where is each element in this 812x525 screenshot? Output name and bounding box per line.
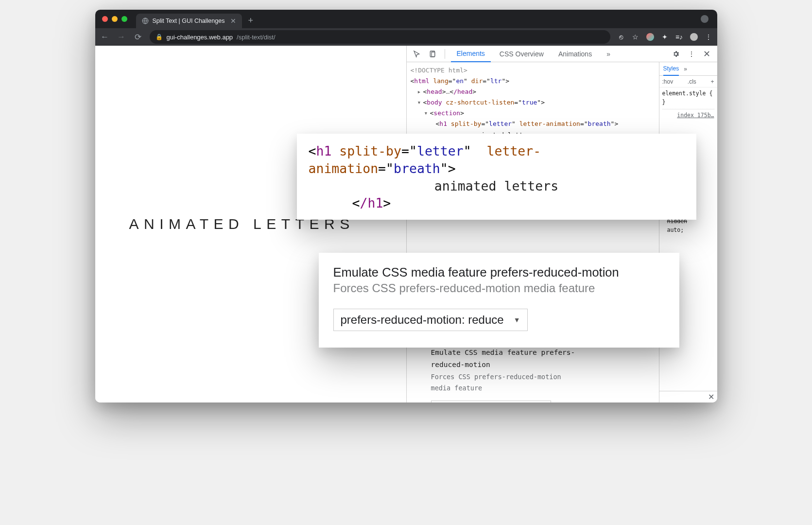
content-area: ANIMATED LETTERS Elements CSS Overview A… bbox=[95, 46, 717, 402]
cls-toggle[interactable]: .cls bbox=[688, 78, 696, 85]
devtools-close-icon[interactable]: ✕ bbox=[701, 48, 713, 60]
browser-tab[interactable]: Split Text | GUI Challenges ✕ bbox=[136, 14, 242, 28]
avatar-icon[interactable] bbox=[690, 33, 698, 41]
settings-icon[interactable] bbox=[670, 48, 682, 60]
head-node[interactable]: ▸<head>…</head> bbox=[411, 87, 655, 97]
hov-toggle[interactable]: :hov bbox=[662, 78, 674, 85]
elements-tree[interactable]: <!DOCTYPE html> <html lang="en" dir="ltr… bbox=[407, 62, 659, 402]
address-bar[interactable]: 🔒 gui-challenges.web.app/split-text/dist… bbox=[150, 30, 610, 44]
section-node[interactable]: ▾<section> bbox=[411, 108, 655, 119]
rendering-drawer: Emulate CSS media feature prefers-reduce… bbox=[407, 339, 601, 402]
popover-open-tag: <h1 split-by="letter" letter-animation="… bbox=[309, 142, 685, 177]
tab-title: Split Text | GUI Challenges bbox=[153, 18, 225, 24]
devtools-tabbar: Elements CSS Overview Animations » ⋮ ✕ bbox=[407, 46, 717, 62]
render-popover-select-value: prefers-reduced-motion: reduce bbox=[341, 313, 504, 327]
tabs-overflow[interactable]: » bbox=[601, 46, 616, 62]
render-popover-title: Emulate CSS media feature prefers-reduce… bbox=[333, 265, 665, 280]
body-node[interactable]: ▾<body cz-shortcut-listen="true"> bbox=[411, 97, 655, 108]
drawer-title: Emulate CSS media feature prefers-reduce… bbox=[431, 347, 576, 370]
window-controls bbox=[102, 16, 127, 22]
titlebar: Split Text | GUI Challenges ✕ + bbox=[95, 10, 717, 28]
stylesheet-link[interactable]: index 175b… bbox=[677, 112, 714, 119]
translate-icon[interactable]: ⎋ bbox=[617, 33, 625, 41]
bookmark-icon[interactable]: ☆ bbox=[632, 33, 639, 41]
styles-sidebar: Styles » :hov .cls + element.style { } i… bbox=[659, 62, 717, 402]
chevron-down-icon: ▼ bbox=[514, 316, 520, 324]
extensions-icon[interactable]: ✦ bbox=[661, 33, 669, 41]
devtools-menu-icon[interactable]: ⋮ bbox=[685, 48, 698, 60]
new-rule-button[interactable]: + bbox=[710, 78, 714, 85]
html-open-node: <html lang="en" dir="ltr"> bbox=[411, 76, 655, 87]
render-popover-select[interactable]: prefers-reduced-motion: reduce ▼ bbox=[333, 309, 528, 331]
extension-1-icon[interactable] bbox=[646, 33, 654, 41]
globe-icon bbox=[142, 18, 149, 24]
forward-button[interactable]: → bbox=[117, 32, 126, 42]
render-popover: Emulate CSS media feature prefers-reduce… bbox=[319, 253, 679, 348]
lock-icon: 🔒 bbox=[155, 34, 163, 40]
minimize-window-button[interactable] bbox=[112, 16, 118, 22]
extension-icons: ⎋ ☆ ✦ ≡♪ ⋮ bbox=[617, 33, 712, 41]
new-tab-button[interactable]: + bbox=[248, 16, 253, 26]
tab-elements[interactable]: Elements bbox=[451, 46, 491, 62]
url-domain: gui-challenges.web.app bbox=[167, 34, 233, 41]
reading-list-icon[interactable]: ≡♪ bbox=[675, 33, 683, 41]
url-path: /split-text/dist/ bbox=[237, 34, 275, 41]
close-tab-icon[interactable]: ✕ bbox=[230, 17, 236, 25]
chrome-menu-icon[interactable]: ⋮ bbox=[705, 33, 712, 41]
drawer-subtitle: Forces CSS prefers-reduced-motion media … bbox=[431, 371, 576, 394]
doctype-node: <!DOCTYPE html> bbox=[411, 65, 655, 76]
reload-button[interactable]: ⟳ bbox=[133, 32, 143, 42]
element-style-label: element.style { bbox=[662, 89, 714, 98]
h1-node[interactable]: <h1 split-by="letter" letter-animation="… bbox=[411, 119, 655, 129]
devtools-panel: Elements CSS Overview Animations » ⋮ ✕ <… bbox=[406, 46, 717, 402]
tab-css-overview[interactable]: CSS Overview bbox=[494, 46, 550, 62]
code-popover: <h1 split-by="letter" letter-animation="… bbox=[297, 134, 696, 220]
close-window-button[interactable] bbox=[102, 16, 108, 22]
devtools-body: <!DOCTYPE html> <html lang="en" dir="ltr… bbox=[407, 62, 717, 402]
toolbar: ← → ⟳ 🔒 gui-challenges.web.app/split-tex… bbox=[95, 28, 717, 46]
browser-window: Split Text | GUI Challenges ✕ + ← → ⟳ 🔒 … bbox=[95, 10, 717, 402]
profile-icon[interactable] bbox=[701, 15, 708, 23]
maximize-window-button[interactable] bbox=[121, 16, 127, 22]
page-viewport: ANIMATED LETTERS bbox=[95, 46, 406, 402]
back-button[interactable]: ← bbox=[100, 32, 110, 42]
styles-tab[interactable]: Styles bbox=[663, 65, 679, 76]
render-popover-subtitle: Forces CSS prefers-reduced-motion media … bbox=[333, 281, 665, 295]
svg-rect-2 bbox=[432, 52, 435, 56]
drawer-select[interactable]: prefers-reduced-motion: reduce bbox=[431, 401, 551, 402]
popover-text: animated letters bbox=[309, 177, 685, 195]
tab-animations[interactable]: Animations bbox=[553, 46, 598, 62]
popover-close-tag: </h1> bbox=[309, 194, 685, 212]
device-toggle-icon[interactable] bbox=[426, 48, 439, 60]
brace-close: } bbox=[662, 98, 714, 107]
inspect-icon[interactable] bbox=[411, 48, 423, 60]
styles-drawer-close[interactable]: ✕ bbox=[659, 391, 717, 402]
styles-tabs-overflow[interactable]: » bbox=[684, 66, 687, 72]
